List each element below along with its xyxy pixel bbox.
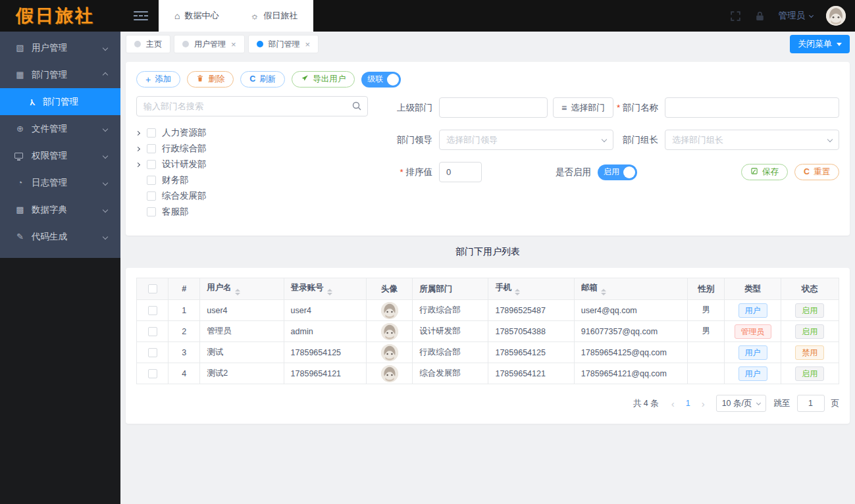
expand-caret-icon[interactable] [136,132,147,135]
next-page-button[interactable]: › [698,398,708,409]
sort-icon[interactable] [235,289,240,295]
page-size-select[interactable]: 10 条/页 [716,395,766,412]
refresh-button[interactable]: C 刷新 [240,71,285,88]
sort-icon[interactable] [515,289,520,295]
tree-checkbox[interactable] [147,191,156,201]
column-header[interactable]: 登录账号 [284,278,366,300]
dept-head-select[interactable]: 选择部门组长 [665,130,839,150]
trash-icon [196,74,204,84]
phone-cell: 17859654121 [488,363,574,384]
tree-node[interactable]: 行政综合部 [136,141,368,157]
search-icon[interactable] [351,101,362,111]
sidebar-item-permissions[interactable]: 权限管理 [0,142,120,169]
expand-caret-icon[interactable] [136,163,147,166]
gender-cell: 男 [688,300,725,321]
clock-icon: ◔ [14,178,26,187]
sidebar-item-label: 权限管理 [32,150,67,162]
table-row: 3测试17859654125行政综合部178596541251785965412… [137,342,839,363]
top-nav-holiday-inn[interactable]: ☼假日旅社 [234,0,313,32]
delete-button[interactable]: 删除 [187,71,234,88]
column-header[interactable]: 邮箱 [574,278,687,300]
sidebar-item-dictionary[interactable]: ▩数据字典 [0,196,120,223]
column-header[interactable]: 手机 [488,278,574,300]
tree-checkbox[interactable] [147,207,156,216]
app-logo: 假日旅社 [0,0,120,32]
sidebar-item-label: 部门管理 [32,69,67,81]
home-icon: ⌂ [174,11,180,20]
reset-button[interactable]: C 重置 [794,164,839,180]
current-page[interactable]: 1 [682,399,694,408]
row-checkbox[interactable] [148,306,157,315]
tree-checkbox[interactable] [147,160,156,169]
checkbox-cell [137,342,168,363]
tab-dot [182,41,189,47]
sidebar-item-departments[interactable]: ▦部门管理 [0,61,120,88]
sort-icon[interactable] [327,289,332,295]
sort-icon[interactable] [601,289,606,295]
export-users-button[interactable]: 导出用户 [292,71,355,88]
dept-search-input[interactable] [136,96,368,116]
sort-input[interactable] [439,162,482,182]
tree-node[interactable]: 人力资源部 [136,125,368,141]
row-checkbox[interactable] [148,369,157,378]
expand-caret-icon[interactable] [136,147,147,151]
sidebar-item-files[interactable]: ⊕文件管理 [0,115,120,142]
dept-name-group: 部门名称 [616,97,839,118]
index-cell: 3 [168,342,200,363]
prev-page-button[interactable]: ‹ [668,398,678,409]
select-dept-button[interactable]: ≡ 选择部门 [553,97,613,118]
dept-leader-group: 部门领导 选择部门领导 [390,130,613,150]
collapse-sidebar-icon[interactable] [134,11,148,20]
dict-grid-icon: ▩ [14,205,26,214]
sidebar-item-codegen[interactable]: ✎代码生成 [0,223,120,250]
tree-checkbox[interactable] [147,144,156,153]
lock-icon[interactable] [754,11,765,22]
parent-dept-input[interactable] [439,97,548,118]
dept-tree: 人力资源部行政综合部设计研发部财务部综合发展部客服部 [136,125,368,220]
tree-node[interactable]: 设计研发部 [136,157,368,172]
row-checkbox[interactable] [148,348,157,357]
enabled-toggle[interactable]: 启用 [598,164,637,180]
add-button[interactable]: + 添加 [136,71,180,88]
tree-node[interactable]: 综合发展部 [136,188,368,204]
tree-checkbox[interactable] [147,176,156,185]
fullscreen-icon[interactable] [730,11,741,22]
dept-head-group: 部门组长 选择部门组长 [616,130,839,150]
username-cell: 测试2 [200,363,284,384]
tab-dot [257,41,263,47]
sidebar-item-logs[interactable]: ◔日志管理 [0,169,120,196]
column-header[interactable]: 用户名 [200,278,284,300]
tab-close-icon[interactable]: × [231,40,236,49]
dept-cell: 设计研发部 [413,321,488,342]
user-menu[interactable]: 管理员 [779,10,814,22]
top-nav-data-center[interactable]: ⌂数据中心 [159,0,234,32]
sidebar-subitem-department-manage[interactable]: Y部门管理 [0,88,120,115]
tree-checkbox[interactable] [147,128,156,138]
user-avatar [381,323,398,340]
close-menu-button[interactable]: 关闭菜单 [790,35,850,53]
sidebar-subitem-label: 部门管理 [43,96,78,108]
checkbox-cell [137,363,168,384]
dept-head-label: 部门组长 [616,134,658,146]
top-nav-label: 数据中心 [184,10,219,22]
jump-page-input[interactable] [797,395,825,412]
user-avatar[interactable] [826,6,846,26]
select-all-checkbox[interactable] [148,284,157,293]
checkbox-cell [137,300,168,321]
tab[interactable]: 用户管理× [174,35,245,53]
dept-name-input[interactable] [665,97,839,118]
row-checkbox[interactable] [148,327,157,336]
tab[interactable]: 主页 [126,35,170,53]
sidebar-item-users[interactable]: ▧用户管理 [0,34,120,61]
dept-leader-select[interactable]: 选择部门领导 [439,130,613,150]
dept-cell: 行政综合部 [413,300,488,321]
save-button[interactable]: 保存 [741,164,788,180]
cascade-toggle[interactable]: 级联 [361,72,401,88]
status-badge: 启用 [795,366,824,381]
tree-node[interactable]: 客服部 [136,204,368,220]
tree-node[interactable]: 财务部 [136,172,368,188]
index-cell: 1 [168,300,200,321]
tab-close-icon[interactable]: × [305,40,311,49]
tab[interactable]: 部门管理× [248,35,319,53]
tab-label: 用户管理 [194,39,226,50]
